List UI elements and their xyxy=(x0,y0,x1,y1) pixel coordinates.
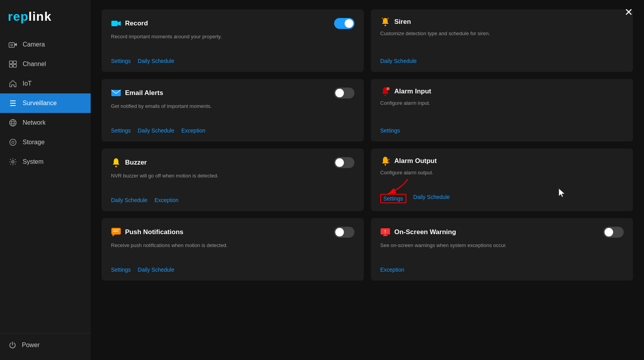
svg-point-11 xyxy=(12,120,14,126)
svg-point-19 xyxy=(385,25,386,26)
push-links: Settings Daily Schedule xyxy=(111,267,354,273)
svg-point-21 xyxy=(385,95,386,96)
onscreen-links: Exception xyxy=(380,267,624,273)
email-icon xyxy=(111,89,121,97)
sidebar-item-iot[interactable]: IoT xyxy=(0,74,91,93)
push-daily-schedule-link[interactable]: Daily Schedule xyxy=(138,267,174,273)
sidebar-nav: Camera Channel IoT xyxy=(0,35,91,333)
buzzer-toggle[interactable] xyxy=(334,157,354,168)
email-card-header: Email Alerts xyxy=(111,88,354,99)
onscreen-toggle[interactable] xyxy=(603,227,624,238)
sidebar: replink Camera Chan xyxy=(0,0,91,360)
warning-screen-icon: ! xyxy=(380,228,390,236)
alarm-output-header: Alarm Output xyxy=(380,157,624,165)
power-button[interactable]: Power xyxy=(9,341,82,349)
email-exception-link[interactable]: Exception xyxy=(181,127,205,134)
record-toggle[interactable] xyxy=(334,18,354,29)
siren-daily-schedule-link[interactable]: Daily Schedule xyxy=(380,58,417,64)
alarm-output-links: Settings Daily Schedule xyxy=(380,194,624,203)
svg-point-10 xyxy=(10,120,16,126)
alarm-input-header: ! Alarm Input xyxy=(380,88,624,95)
buzzer-title: Buzzer xyxy=(125,159,147,167)
push-settings-link[interactable]: Settings xyxy=(111,267,131,273)
sidebar-item-system-label: System xyxy=(23,158,43,165)
svg-marker-28 xyxy=(113,235,115,236)
alarm-output-settings-link[interactable]: Settings xyxy=(380,194,406,203)
alarm-input-card: ! Alarm Input Configure alarm input. Set… xyxy=(371,79,633,141)
record-title: Record xyxy=(125,20,148,27)
svg-marker-1 xyxy=(14,43,17,46)
sidebar-item-storage[interactable]: Storage xyxy=(0,133,91,152)
sidebar-item-system[interactable]: System xyxy=(0,152,91,172)
alarm-output-title: Alarm Output xyxy=(394,157,437,165)
record-card-header: Record xyxy=(111,18,354,29)
svg-marker-18 xyxy=(118,21,121,26)
siren-title-row: Siren xyxy=(380,18,411,26)
email-desc: Get notified by emails of important mome… xyxy=(111,102,354,121)
close-button[interactable]: ✕ xyxy=(624,7,633,17)
buzzer-card: Buzzer NVR buzzer will go off when motio… xyxy=(102,149,364,211)
email-toggle[interactable] xyxy=(334,88,354,99)
svg-point-25 xyxy=(385,164,386,166)
channel-icon xyxy=(9,60,17,68)
record-card: Record Record important moments around y… xyxy=(102,9,364,72)
push-notifications-card: Push Notifications Receive push notifica… xyxy=(102,218,364,281)
buzzer-daily-schedule-link[interactable]: Daily Schedule xyxy=(111,197,147,203)
record-links: Settings Daily Schedule xyxy=(111,58,354,64)
logo-text: replink xyxy=(8,9,83,24)
video-icon xyxy=(111,20,121,27)
record-daily-schedule-link[interactable]: Daily Schedule xyxy=(138,58,174,64)
alarm-output-icon xyxy=(380,157,390,165)
svg-rect-17 xyxy=(111,21,118,26)
home-icon xyxy=(9,79,17,88)
siren-desc: Customize detection type and schedule fo… xyxy=(380,30,624,52)
alarm-output-card: Alarm Output Configure alarm output. Set… xyxy=(371,149,633,211)
svg-rect-5 xyxy=(9,64,13,67)
email-settings-link[interactable]: Settings xyxy=(111,127,131,134)
record-desc: Record important moments around your pro… xyxy=(111,33,354,52)
svg-rect-3 xyxy=(9,61,13,64)
svg-point-2 xyxy=(11,44,13,46)
email-daily-schedule-link[interactable]: Daily Schedule xyxy=(138,127,174,134)
sidebar-item-channel[interactable]: Channel xyxy=(0,54,91,74)
alarm-output-desc: Configure alarm output. xyxy=(380,169,624,188)
power-icon xyxy=(9,341,16,349)
onscreen-desc: See on-screen warnings when system excep… xyxy=(380,242,624,260)
sidebar-item-camera[interactable]: Camera xyxy=(0,35,91,54)
alarm-output-title-row: Alarm Output xyxy=(380,157,437,165)
svg-point-15 xyxy=(12,141,14,143)
onscreen-title: On-Screen Warning xyxy=(394,228,456,236)
push-toggle[interactable] xyxy=(334,227,354,238)
sidebar-item-iot-label: IoT xyxy=(23,80,32,87)
record-settings-link[interactable]: Settings xyxy=(111,58,131,64)
cards-grid: Record Record important moments around y… xyxy=(102,9,633,281)
sidebar-item-surveillance-label: Surveillance xyxy=(23,100,57,107)
onscreen-warning-card: ! On-Screen Warning See on-screen warnin… xyxy=(371,218,633,281)
alarm-bell-icon: ! xyxy=(380,88,390,95)
logo: replink xyxy=(0,0,91,35)
svg-rect-4 xyxy=(13,61,16,64)
email-title-row: Email Alerts xyxy=(111,89,163,97)
svg-text:!: ! xyxy=(387,88,388,90)
sidebar-item-surveillance[interactable]: Surveillance xyxy=(0,93,91,113)
chat-icon xyxy=(111,228,121,236)
sidebar-item-channel-label: Channel xyxy=(23,61,46,68)
onscreen-exception-link[interactable]: Exception xyxy=(380,267,404,273)
email-links: Settings Daily Schedule Exception xyxy=(111,127,354,134)
bell-alert-icon xyxy=(380,18,390,26)
svg-rect-6 xyxy=(13,64,16,67)
camera-icon xyxy=(9,40,17,49)
alarm-input-desc: Configure alarm input. xyxy=(380,99,624,121)
svg-text:!: ! xyxy=(385,229,386,234)
buzzer-header: Buzzer xyxy=(111,157,354,168)
svg-rect-0 xyxy=(9,43,14,47)
push-desc: Receive push notifications when motion i… xyxy=(111,242,354,260)
sidebar-item-network[interactable]: Network xyxy=(0,113,91,133)
alarm-input-settings-link[interactable]: Settings xyxy=(380,127,400,134)
buzzer-desc: NVR buzzer will go off when motion is de… xyxy=(111,172,354,191)
push-header: Push Notifications xyxy=(111,227,354,238)
alarm-output-daily-schedule-link[interactable]: Daily Schedule xyxy=(413,194,450,203)
bell-icon xyxy=(111,159,121,167)
buzzer-exception-link[interactable]: Exception xyxy=(154,197,178,203)
main-content: ✕ Record Record important mome xyxy=(91,0,644,360)
